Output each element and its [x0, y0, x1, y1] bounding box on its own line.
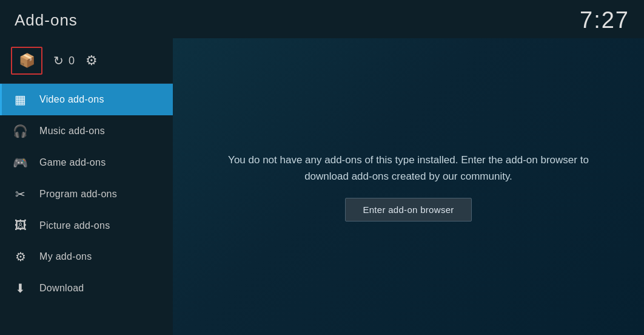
program-icon: ✂: [13, 187, 29, 201]
main-content: 📦 ↻ 0 ⚙ ▦ Video add-ons 🎧 Music add-ons …: [0, 38, 644, 335]
sidebar-item-game[interactable]: 🎮 Game add-ons: [0, 147, 173, 178]
sidebar-item-picture[interactable]: 🖼 Picture add-ons: [0, 210, 173, 241]
sidebar-item-label: Program add-ons: [39, 189, 117, 200]
video-icon: ▦: [13, 92, 29, 107]
empty-state-message: You do not have any add-ons of this type…: [227, 152, 591, 184]
enter-browser-button[interactable]: Enter add-on browser: [345, 198, 471, 222]
sidebar-item-label: My add-ons: [39, 251, 92, 262]
sidebar-nav: ▦ Video add-ons 🎧 Music add-ons 🎮 Game a…: [0, 84, 173, 304]
header: Add-ons 7:27: [0, 0, 644, 38]
sidebar-item-label: Music add-ons: [39, 126, 105, 137]
clock: 7:27: [580, 7, 629, 33]
refresh-icon: ↻: [53, 53, 64, 68]
download-icon: ⬇: [13, 281, 29, 296]
sidebar: 📦 ↻ 0 ⚙ ▦ Video add-ons 🎧 Music add-ons …: [0, 38, 173, 335]
refresh-button[interactable]: ↻ 0: [53, 53, 75, 68]
gear-icon: ⚙: [86, 53, 98, 68]
music-icon: 🎧: [13, 124, 29, 138]
sidebar-item-video[interactable]: ▦ Video add-ons: [0, 84, 173, 115]
myadons-icon: ⚙: [13, 249, 29, 264]
sidebar-item-label: Game add-ons: [39, 157, 106, 168]
sidebar-item-label: Picture add-ons: [39, 220, 110, 231]
settings-button[interactable]: ⚙: [86, 53, 98, 69]
sidebar-item-music[interactable]: 🎧 Music add-ons: [0, 115, 173, 147]
sidebar-item-download[interactable]: ⬇ Download: [0, 272, 173, 304]
empty-state: You do not have any add-ons of this type…: [227, 152, 591, 222]
sidebar-item-label: Video add-ons: [39, 94, 104, 105]
game-icon: 🎮: [13, 155, 29, 170]
sidebar-toolbar: 📦 ↻ 0 ⚙: [0, 38, 173, 84]
content-area: You do not have any add-ons of this type…: [173, 38, 644, 335]
addon-box-icon: 📦: [19, 53, 35, 69]
sidebar-item-myadons[interactable]: ⚙ My add-ons: [0, 241, 173, 272]
sidebar-item-program[interactable]: ✂ Program add-ons: [0, 178, 173, 210]
picture-icon: 🖼: [13, 218, 29, 232]
refresh-count: 0: [69, 55, 75, 67]
sidebar-item-label: Download: [39, 283, 84, 294]
addon-box-button[interactable]: 📦: [11, 47, 42, 75]
page-title: Add-ons: [15, 11, 78, 30]
